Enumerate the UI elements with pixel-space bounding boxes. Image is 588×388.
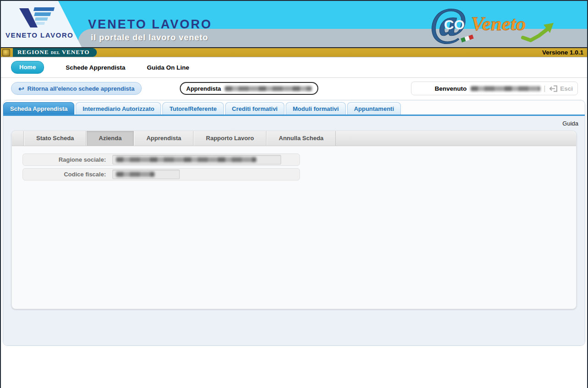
codice-fiscale-value-redacted	[116, 172, 155, 177]
tab-appuntamenti[interactable]: Appuntamenti	[347, 102, 401, 115]
regione-veneto-badge: REGIONE DEL VENETO	[13, 48, 97, 57]
lion-of-venice-icon	[2, 49, 10, 56]
app-window: VENETO LAVORO il portale del lavoro vene…	[0, 0, 588, 388]
logout-icon	[549, 85, 558, 92]
tab-tutore-referente[interactable]: Tutore/Referente	[162, 102, 223, 115]
apprendista-name-badge: Apprendista	[180, 82, 318, 95]
subtab-apprendista[interactable]: Apprendista	[134, 131, 194, 146]
subtab-stub	[12, 131, 24, 146]
codice-fiscale-label: Codice fiscale:	[23, 171, 112, 178]
masthead: VENETO LAVORO il portale del lavoro vene…	[1, 1, 587, 47]
welcome-box: Benvenuto | Esci	[411, 82, 578, 95]
del-word: DEL	[51, 50, 60, 55]
logo-caption: VENETO LAVORO	[6, 31, 82, 39]
growth-arrow-icon	[523, 23, 554, 40]
welcome-name-redacted	[471, 86, 540, 91]
guida-line: Guida	[3, 116, 585, 131]
scheda-panel: Stato Scheda Azienda Apprendista Rapport…	[11, 131, 577, 309]
main-tab-bar: Scheda Apprendista Intermediario Autoriz…	[3, 100, 585, 116]
ragione-sociale-label: Ragione sociale:	[23, 156, 112, 163]
co-veneto-logo: @ CO Veneto	[429, 1, 562, 47]
subtab-rapporto-lavoro[interactable]: Rapporto Lavoro	[194, 131, 266, 146]
guida-link[interactable]: Guida	[562, 120, 578, 127]
version-label: Versione 1.0.1	[542, 49, 583, 56]
divider: |	[544, 85, 546, 92]
site-title: VENETO LAVORO	[88, 17, 212, 32]
nav-item-guida-on-line[interactable]: Guida On Line	[147, 64, 189, 71]
content-shell: Scheda Apprendista Intermediario Autoriz…	[3, 100, 585, 346]
veneto-script: Veneto	[471, 13, 526, 34]
site-subtitle: il portale del lavoro veneto	[91, 33, 208, 43]
form-row-ragione-sociale: Ragione sociale:	[22, 153, 300, 166]
veneto-lavoro-logo-mark	[14, 5, 60, 29]
subtab-azienda[interactable]: Azienda	[86, 131, 134, 146]
tab-moduli-formativi[interactable]: Moduli formativi	[286, 102, 345, 115]
ragione-sociale-field[interactable]	[112, 155, 281, 164]
region-bar: REGIONE DEL VENETO Versione 1.0.1	[1, 47, 587, 57]
subtab-stato-scheda[interactable]: Stato Scheda	[24, 131, 86, 146]
back-to-list-button[interactable]: ↩ Ritorna all'elenco schede apprendista	[11, 82, 142, 95]
tab-crediti-formativi[interactable]: Crediti formativi	[225, 102, 285, 115]
nav-item-home[interactable]: Home	[11, 61, 44, 74]
azienda-form: Ragione sociale: Codice fiscale:	[12, 146, 576, 180]
veneto-lavoro-logo[interactable]: VENETO LAVORO	[1, 1, 82, 47]
veneto-word: VENETO	[62, 49, 90, 55]
logout-label: Esci	[560, 85, 573, 92]
sub-tab-bar: Stato Scheda Azienda Apprendista Rapport…	[12, 131, 576, 146]
back-button-label: Ritorna all'elenco schede apprendista	[28, 85, 135, 92]
logout-button[interactable]: Esci	[549, 85, 573, 92]
ragione-sociale-value-redacted	[116, 157, 256, 162]
codice-fiscale-field[interactable]	[112, 169, 180, 179]
apprendista-label: Apprendista	[186, 85, 221, 92]
content-body: Guida Stato Scheda Azienda Apprendista R…	[3, 116, 585, 345]
subtab-annulla-scheda[interactable]: Annulla Scheda	[266, 131, 336, 146]
reply-arrow-icon: ↩	[18, 85, 24, 92]
tab-scheda-apprendista[interactable]: Scheda Apprendista	[3, 102, 74, 115]
co-letters: CO	[444, 17, 465, 32]
apprendista-name-redacted	[225, 86, 312, 91]
welcome-label: Benvenuto	[435, 85, 467, 92]
regione-word: REGIONE	[17, 49, 49, 55]
nav-item-schede-apprendista[interactable]: Schede Apprendista	[66, 64, 125, 71]
tab-intermediario-autorizzato[interactable]: Intermediario Autorizzato	[76, 102, 161, 115]
form-row-codice-fiscale: Codice fiscale:	[22, 168, 300, 180]
toolbar: ↩ Ritorna all'elenco schede apprendista …	[1, 78, 587, 100]
main-nav: Home Schede Apprendista Guida On Line	[1, 57, 587, 78]
